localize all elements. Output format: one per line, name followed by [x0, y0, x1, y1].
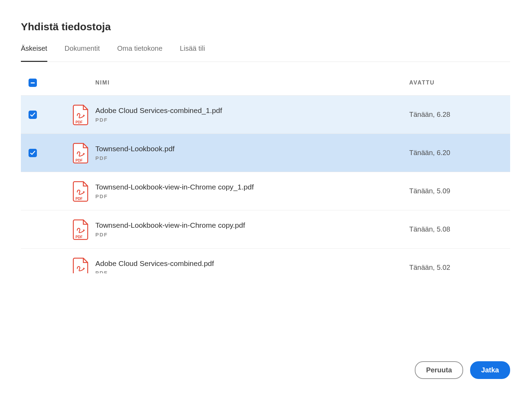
tab-my-computer[interactable]: Oma tietokone	[117, 42, 163, 62]
file-opened: Tänään, 5.09	[409, 187, 510, 195]
svg-text:PDF: PDF	[76, 159, 82, 162]
file-name: Adobe Cloud Services-combined_1.pdf	[95, 106, 402, 115]
table-header: NIMI AVATTU	[21, 79, 510, 95]
pdf-file-icon: PDF	[72, 143, 89, 163]
minus-icon	[31, 82, 35, 83]
cancel-button[interactable]: Peruuta	[415, 361, 463, 379]
file-name: Townsend-Lookbook-view-in-Chrome copy.pd…	[95, 221, 402, 229]
svg-text:PDF: PDF	[76, 197, 82, 201]
file-type: PDF	[95, 155, 402, 161]
pdf-file-icon: PDF	[72, 257, 89, 274]
file-type: PDF	[95, 232, 402, 237]
file-opened: Tänään, 5.02	[409, 264, 510, 272]
file-name: Townsend-Lookbook-view-in-Chrome copy_1.…	[95, 183, 402, 191]
dialog-footer: Peruuta Jatka	[415, 361, 510, 379]
table-row[interactable]: PDF Adobe Cloud Services-combined.pdf PD…	[21, 249, 510, 273]
svg-text:PDF: PDF	[76, 273, 82, 274]
svg-text:PDF: PDF	[76, 120, 82, 124]
check-icon	[30, 150, 35, 156]
row-checkbox[interactable]	[29, 149, 37, 157]
continue-button[interactable]: Jatka	[470, 361, 510, 379]
file-opened: Tänään, 5.08	[409, 225, 510, 233]
svg-text:PDF: PDF	[76, 235, 82, 239]
check-icon	[30, 112, 35, 118]
row-checkbox[interactable]	[29, 264, 37, 272]
file-type: PDF	[95, 117, 402, 123]
file-opened: Tänään, 6.20	[409, 149, 510, 157]
row-checkbox[interactable]	[29, 111, 37, 119]
row-checkbox[interactable]	[29, 187, 37, 195]
dialog-title: Yhdistä tiedostoja	[21, 21, 510, 33]
file-opened: Tänään, 6.28	[409, 111, 510, 119]
file-rows[interactable]: PDF Adobe Cloud Services-combined_1.pdf …	[21, 95, 510, 273]
tab-documents[interactable]: Dokumentit	[65, 42, 100, 62]
column-header-opened[interactable]: AVATTU	[409, 80, 510, 86]
file-name: Adobe Cloud Services-combined.pdf	[95, 259, 402, 268]
table-row[interactable]: PDF Townsend-Lookbook-view-in-Chrome cop…	[21, 172, 510, 210]
table-row[interactable]: PDF Adobe Cloud Services-combined_1.pdf …	[21, 96, 510, 134]
pdf-file-icon: PDF	[72, 181, 89, 202]
source-tabs: Äskeiset Dokumentit Oma tietokone Lisää …	[21, 42, 510, 62]
table-row[interactable]: PDF Townsend-Lookbook.pdf PDF Tänään, 6.…	[21, 134, 510, 172]
tab-add-account[interactable]: Lisää tili	[180, 42, 205, 62]
table-row[interactable]: PDF Townsend-Lookbook-view-in-Chrome cop…	[21, 210, 510, 249]
file-table: NIMI AVATTU PDF	[21, 79, 510, 273]
tab-recent[interactable]: Äskeiset	[21, 42, 47, 62]
file-name: Townsend-Lookbook.pdf	[95, 145, 402, 153]
file-type: PDF	[95, 193, 402, 199]
pdf-file-icon: PDF	[72, 219, 89, 240]
file-type: PDF	[95, 270, 402, 273]
select-all-checkbox[interactable]	[29, 79, 37, 87]
pdf-file-icon: PDF	[72, 104, 89, 125]
column-header-name[interactable]: NIMI	[95, 80, 409, 86]
row-checkbox[interactable]	[29, 225, 37, 234]
combine-files-dialog: Yhdistä tiedostoja Äskeiset Dokumentit O…	[21, 21, 510, 420]
